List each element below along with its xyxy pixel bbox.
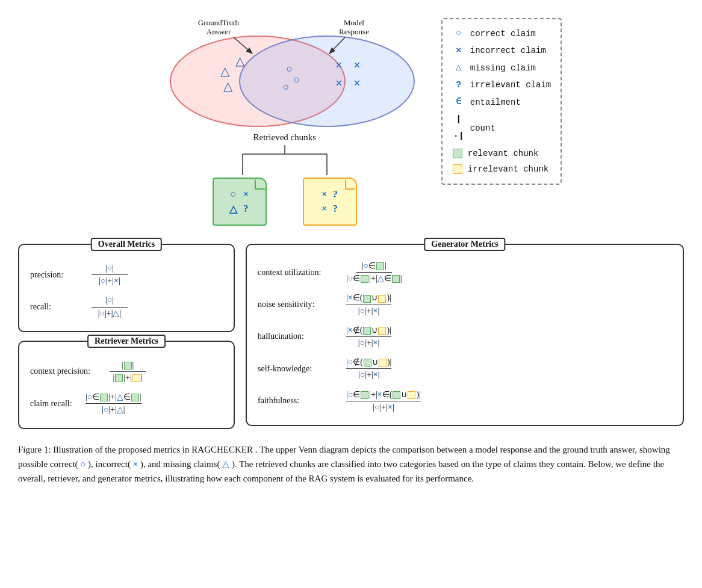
missing-claim-label: missing claim [470, 60, 536, 76]
retrieved-label: Retrieved chunks [253, 132, 317, 143]
ns-denominator: |○|+|×| [350, 305, 387, 317]
irrelevant-claim-label: irrelevant claim [470, 77, 551, 93]
context-utilization-row: context utilization: |○∈| |○∈|+|△∈| [258, 261, 672, 284]
top-diagram: GroundTruth Answer Model Response [18, 12, 684, 226]
overall-metrics-title: Overall Metrics [91, 238, 162, 251]
hallucination-row: hallucination: |×∉(∪)| |○|+|×| [258, 325, 672, 348]
green-chunk-symbols: ○ × △ ? [229, 188, 250, 215]
sk-numerator: |○∉(∪)| [346, 357, 391, 369]
cu-fraction: |○∈| |○∈|+|△∈| [346, 261, 402, 284]
svg-text:△: △ [235, 54, 244, 67]
svg-text:Model: Model [344, 18, 364, 27]
precision-row: precision: |○| |○|+|×| [30, 263, 223, 286]
generator-metrics-box: Generator Metrics context utilization: |… [246, 244, 684, 426]
legend-incorrect: × incorrect claim [452, 43, 551, 60]
x-sym3: × [321, 203, 328, 215]
retrieved-lines [194, 145, 375, 175]
retriever-metrics-box: Retriever Metrics context precision: || … [18, 341, 235, 429]
svg-text:○: ○ [286, 63, 293, 75]
metrics-left: Overall Metrics precision: |○| |○|+|×| [18, 244, 235, 429]
x-sym: × [242, 188, 250, 200]
svg-text:△: △ [220, 64, 229, 78]
cp-denominator: ||+|| [110, 372, 146, 383]
context-precision-fraction: || ||+|| [110, 360, 146, 383]
svg-text:△: △ [223, 79, 232, 93]
precision-denominator: |○|+|×| [92, 275, 128, 286]
recall-denominator: |○|+|△| [92, 308, 128, 319]
sk-label: self-knowledge: [258, 364, 339, 374]
yellow-chunk-symbols: × ? × ? [321, 188, 338, 215]
circle-legend-icon: ○ [452, 25, 465, 43]
faith-fraction: |○∈|+|×∈(∪)| |○|+|×| [346, 389, 421, 413]
figure-container: GroundTruth Answer Model Response [18, 12, 684, 486]
legend-correct: ○ correct claim [452, 25, 551, 43]
legend-entailment: ∈ entailment [452, 94, 551, 111]
legend-irrelevant-chunk: irrelevant chunk [452, 161, 551, 178]
legend-irrelevant: ? irrelevant claim [452, 77, 551, 94]
legend-count: |·| count [452, 111, 551, 146]
svg-text:Response: Response [339, 27, 369, 36]
figure-caption: Figure 1: Illustration of the proposed m… [18, 442, 684, 486]
faithfulness-row: faithfulness: |○∈|+|×∈(∪)| |○|+|×| [258, 389, 672, 413]
context-precision-label: context precision: [30, 367, 102, 376]
irrelevant-chunk-label: irrelevant chunk [468, 161, 548, 178]
hall-numerator: |×∉(∪)| [346, 325, 391, 337]
legend-missing: △ missing claim [452, 60, 551, 77]
entailment-label: entailment [470, 94, 521, 111]
svg-text:×: × [335, 76, 342, 90]
claim-recall-fraction: |○∈|+|△∈| |○|+|△| [85, 392, 141, 415]
cr-numerator: |○∈|+|△∈| [85, 392, 141, 404]
question-legend-icon: ? [452, 77, 465, 94]
svg-text:×: × [353, 76, 360, 90]
cu-numerator: |○∈| [356, 261, 392, 273]
count-legend-icon: |·| [452, 111, 465, 146]
circle-sym: ○ [229, 188, 237, 200]
svg-text:Answer: Answer [207, 27, 231, 36]
green-square-icon [453, 149, 462, 158]
relevant-chunk: ○ × △ ? [213, 178, 267, 226]
faith-label: faithfulness: [258, 396, 339, 406]
recall-fraction: |○| |○|+|△| [92, 295, 128, 318]
sk-denominator: |○|+|×| [351, 369, 387, 380]
cu-denominator: |○∈|+|△∈| [346, 273, 402, 284]
metrics-section: Overall Metrics precision: |○| |○|+|×| [18, 244, 684, 429]
hall-fraction: |×∉(∪)| |○|+|×| [346, 325, 391, 348]
caption-text: Figure 1: Illustration of the proposed m… [18, 442, 684, 486]
ns-numerator: |×∈(∪)| [346, 292, 391, 305]
ns-label: noise sensitivity: [258, 300, 339, 309]
retrieved-section: Retrieved chunks [140, 132, 429, 226]
recall-label: recall: [30, 302, 84, 312]
relevant-chunk-label: relevant chunk [468, 146, 539, 162]
generator-box: Generator Metrics context utilization: |… [246, 244, 684, 426]
precision-label: precision: [30, 270, 84, 280]
recall-numerator: |○| [92, 295, 128, 307]
cp-numerator: || [110, 360, 146, 372]
cu-label: context utilization: [258, 268, 339, 277]
x-sym2: × [321, 188, 328, 200]
cr-denominator: |○|+|△| [95, 404, 131, 415]
ns-fraction: |×∈(∪)| |○|+|×| [346, 292, 391, 316]
q-sym3: ? [332, 203, 338, 215]
count-label: count [470, 120, 495, 137]
hall-denominator: |○|+|×| [350, 337, 387, 348]
noise-sensitivity-row: noise sensitivity: |×∈(∪)| |○|+|×| [258, 292, 672, 316]
incorrect-claim-label: incorrect claim [470, 43, 546, 59]
hall-label: hallucination: [258, 332, 339, 341]
context-precision-row: context precision: || ||+|| [30, 360, 223, 383]
precision-fraction: |○| |○|+|×| [92, 263, 128, 286]
venn-column: GroundTruth Answer Model Response [140, 12, 429, 226]
claim-recall-row: claim recall: |○∈|+|△∈| |○|+|△| [30, 392, 223, 415]
q-sym: ? [242, 203, 250, 215]
svg-text:×: × [353, 58, 360, 72]
entail-legend-icon: ∈ [452, 94, 465, 111]
svg-text:GroundTruth: GroundTruth [198, 18, 240, 27]
retriever-metrics-title: Retriever Metrics [87, 335, 166, 348]
chunks-row: ○ × △ ? × ? × ? [213, 178, 357, 226]
recall-row: recall: |○| |○|+|△| [30, 295, 223, 318]
legend-box: ○ correct claim × incorrect claim △ miss… [441, 18, 562, 185]
venn-diagram: GroundTruth Answer Model Response [140, 12, 429, 132]
yellow-square-icon [453, 164, 462, 174]
faith-numerator: |○∈|+|×∈(∪)| [346, 389, 421, 401]
precision-numerator: |○| [92, 263, 128, 275]
tri-sym: △ [229, 203, 237, 215]
